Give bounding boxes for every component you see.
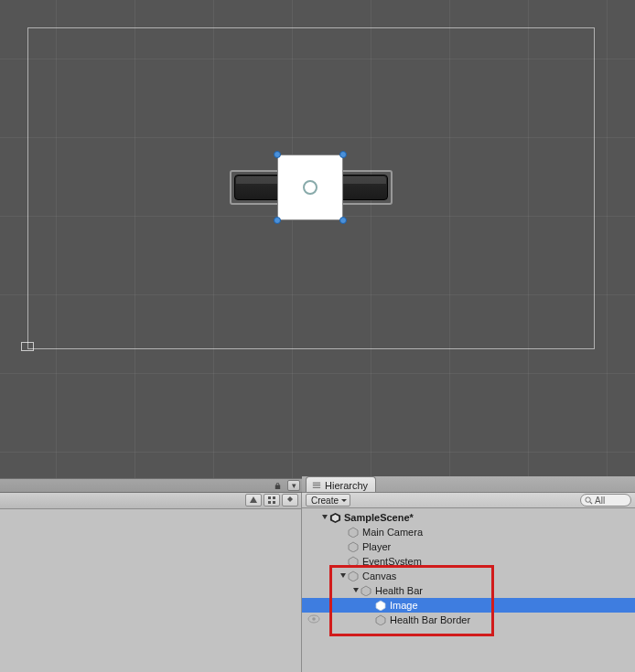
svg-marker-10: [349, 571, 358, 581]
camera-gizmo-icon[interactable]: [21, 342, 34, 351]
filter-button-1[interactable]: [245, 494, 262, 507]
item-label: EventSystem: [362, 556, 422, 567]
image-placeholder-icon: [303, 180, 318, 195]
gameobject-icon: [348, 541, 359, 552]
resize-handle-bottom-right[interactable]: [339, 217, 347, 224]
item-label: Health Bar Border: [390, 614, 470, 625]
selected-image-rect[interactable]: [277, 155, 343, 220]
expand-arrow-icon[interactable]: [320, 514, 329, 521]
svg-marker-3: [322, 515, 328, 519]
item-label: Health Bar: [375, 585, 423, 596]
gameobject-icon: [375, 614, 386, 625]
svg-marker-12: [361, 586, 371, 596]
gameobject-icon: [361, 585, 371, 596]
create-label: Create: [311, 496, 339, 506]
hierarchy-item-player[interactable]: Player: [302, 539, 635, 554]
item-label: Canvas: [362, 571, 396, 581]
resize-handle-top-left[interactable]: [274, 151, 281, 158]
svg-marker-13: [376, 601, 385, 611]
hierarchy-item-health-bar-border[interactable]: Health Bar Border: [302, 613, 635, 627]
hierarchy-panel: Hierarchy Create All: [302, 493, 635, 672]
visibility-eye-icon[interactable]: [307, 613, 320, 627]
create-dropdown[interactable]: Create: [306, 494, 350, 507]
hierarchy-icon: [312, 481, 321, 490]
hierarchy-item-eventsystem[interactable]: EventSystem: [302, 554, 635, 569]
resize-handle-bottom-left[interactable]: [274, 217, 281, 224]
lock-toggle[interactable]: [274, 482, 282, 490]
filter-button-3[interactable]: [282, 494, 298, 507]
hierarchy-tree[interactable]: SampleScene* Main Camera Player EventSys…: [302, 508, 635, 627]
item-label: Main Camera: [362, 527, 423, 538]
gameobject-icon: [375, 600, 386, 611]
project-panel: [0, 493, 302, 672]
hierarchy-item-image[interactable]: Image: [302, 598, 635, 613]
svg-marker-7: [349, 542, 358, 552]
hierarchy-item-canvas[interactable]: Canvas: [302, 569, 635, 583]
svg-marker-9: [340, 573, 346, 578]
hierarchy-toolbar: Create All: [302, 493, 635, 508]
expand-arrow-icon[interactable]: [339, 572, 348, 580]
svg-marker-0: [250, 496, 257, 503]
gameobject-icon: [348, 571, 359, 581]
gameobject-icon: [348, 556, 359, 567]
lower-panels: ▾ Hierarchy: [0, 478, 635, 672]
search-icon: [585, 496, 593, 505]
svg-marker-6: [349, 528, 358, 538]
hierarchy-item-main-camera[interactable]: Main Camera: [302, 525, 635, 539]
hierarchy-tab-row: Hierarchy: [302, 476, 635, 493]
resize-handle-top-right[interactable]: [339, 151, 347, 158]
svg-marker-14: [376, 615, 385, 625]
gameobject-icon: [348, 527, 359, 538]
item-label: Player: [362, 541, 391, 552]
hierarchy-tab[interactable]: Hierarchy: [306, 476, 376, 492]
svg-point-1: [586, 496, 590, 501]
project-toolbar: [0, 493, 301, 509]
scene-name-label: SampleScene*: [344, 512, 414, 523]
search-placeholder: All: [595, 496, 605, 506]
svg-point-16: [312, 617, 316, 621]
hierarchy-search[interactable]: All: [580, 494, 631, 507]
svg-marker-8: [349, 557, 358, 567]
svg-marker-11: [353, 588, 359, 592]
hierarchy-tab-label: Hierarchy: [325, 480, 368, 491]
svg-line-2: [590, 501, 592, 503]
filter-button-2[interactable]: [264, 494, 280, 507]
hierarchy-scene-row[interactable]: SampleScene*: [302, 510, 635, 525]
hierarchy-item-health-bar[interactable]: Health Bar: [302, 583, 635, 598]
expand-arrow-icon[interactable]: [351, 587, 361, 594]
panel-menu-icon[interactable]: ▾: [287, 480, 300, 491]
scene-view[interactable]: [0, 0, 635, 478]
item-label: Image: [390, 600, 418, 611]
unity-logo-icon: [329, 512, 341, 524]
